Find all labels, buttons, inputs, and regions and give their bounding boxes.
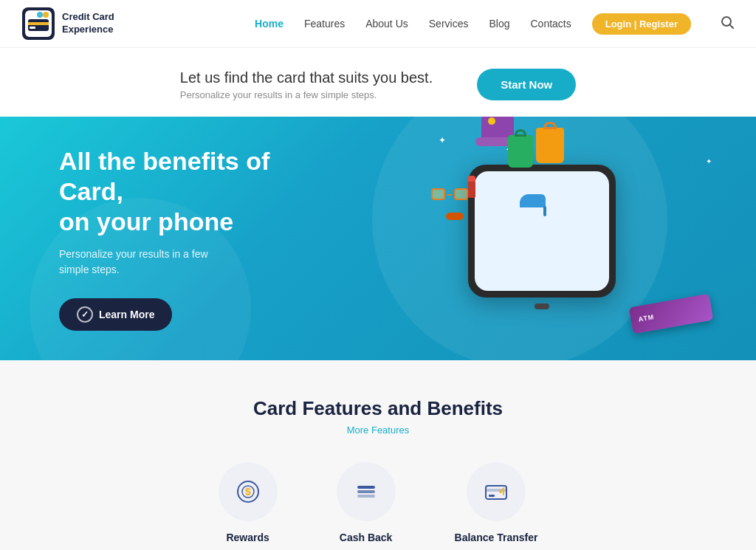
- yellow-bag-handle: [543, 122, 557, 129]
- hero-subtitle: Personalize your results in a few simple…: [59, 247, 340, 278]
- hero-content: All the benefits of Card, on your phone …: [59, 146, 340, 331]
- banner-headline: Let us find the card that suits you best…: [180, 69, 433, 86]
- login-register-button[interactable]: Login | Register: [592, 13, 691, 35]
- nav-home[interactable]: Home: [255, 18, 284, 30]
- balance-icon-circle: [467, 462, 526, 521]
- svg-point-5: [43, 12, 49, 18]
- heel-stick: [543, 206, 546, 216]
- svg-rect-3: [28, 22, 49, 25]
- main-nav: Home Features About Us Services Blog Con…: [255, 13, 734, 35]
- svg-rect-13: [357, 486, 375, 489]
- glasses-bridge: [447, 194, 452, 196]
- banner-text: Let us find the card that suits you best…: [180, 69, 433, 100]
- hero-section: All the benefits of Card, on your phone …: [0, 117, 756, 360]
- feature-cashback: Cash Back: [337, 462, 396, 543]
- yellow-bag: [536, 128, 564, 163]
- header: Credit Card Experience Home Features Abo…: [0, 0, 756, 48]
- heels-item: [520, 194, 549, 216]
- svg-rect-15: [357, 495, 375, 498]
- glasses-item: [431, 188, 468, 202]
- svg-line-8: [730, 25, 733, 28]
- green-bag-handle: [515, 129, 526, 137]
- svg-rect-18: [489, 495, 495, 497]
- features-section: Card Features and Benefits More Features…: [0, 360, 756, 550]
- top-banner: Let us find the card that suits you best…: [0, 48, 756, 117]
- svg-point-7: [722, 17, 731, 26]
- rewards-icon: $: [235, 478, 261, 505]
- logo-text: Credit Card Experience: [62, 11, 114, 36]
- atm-text: ATM: [638, 313, 655, 323]
- start-now-button[interactable]: Start Now: [477, 69, 576, 100]
- svg-point-6: [37, 12, 43, 18]
- learn-more-button[interactable]: ✓ Learn More: [59, 298, 172, 331]
- shopping-items: [424, 117, 571, 261]
- nav-features[interactable]: Features: [304, 18, 345, 30]
- nav-about[interactable]: About Us: [365, 18, 408, 30]
- banner-subtext: Personalize your results in a few simple…: [180, 89, 433, 100]
- svg-point-12: [244, 488, 252, 495]
- rewards-label: Rewards: [226, 532, 269, 543]
- feature-balance: Balance Transfer: [455, 462, 538, 543]
- search-icon[interactable]: [721, 16, 734, 32]
- lipstick-body: [468, 182, 475, 198]
- green-bag: [508, 135, 533, 168]
- atm-card: ATM: [629, 294, 714, 334]
- feature-rewards: $ Rewards: [219, 462, 278, 543]
- nav-blog[interactable]: Blog: [489, 18, 509, 30]
- hero-title: All the benefits of Card, on your phone: [59, 146, 340, 236]
- rewards-icon-circle: $: [219, 462, 278, 521]
- logo-icon: [22, 7, 55, 40]
- svg-rect-4: [30, 27, 35, 29]
- features-title: Card Features and Benefits: [44, 397, 712, 420]
- balance-label: Balance Transfer: [455, 532, 538, 543]
- svg-rect-14: [357, 490, 375, 493]
- phone-home-button: [535, 303, 549, 309]
- cashback-icon: [353, 478, 379, 505]
- compact-item: [446, 213, 464, 220]
- cashback-label: Cash Back: [340, 532, 393, 543]
- nav-contacts[interactable]: Contacts: [530, 18, 571, 30]
- logo-area: Credit Card Experience: [22, 7, 140, 40]
- lipstick-item: [468, 176, 475, 198]
- more-features-link[interactable]: More Features: [44, 424, 712, 436]
- hat-flower: [488, 117, 495, 125]
- check-circle-icon: ✓: [77, 306, 93, 323]
- lens-left: [431, 188, 445, 200]
- lens-right: [454, 188, 468, 200]
- features-grid: $ Rewards Cash Back: [44, 462, 712, 543]
- hero-illustration: ✦ ✦ ✦: [402, 135, 712, 342]
- heel-body: [520, 194, 546, 207]
- balance-icon: [483, 478, 509, 505]
- sparkle-icon-3: ✦: [706, 157, 712, 165]
- svg-point-19: [499, 490, 502, 493]
- cashback-icon-circle: [337, 462, 396, 521]
- nav-services[interactable]: Services: [429, 18, 469, 30]
